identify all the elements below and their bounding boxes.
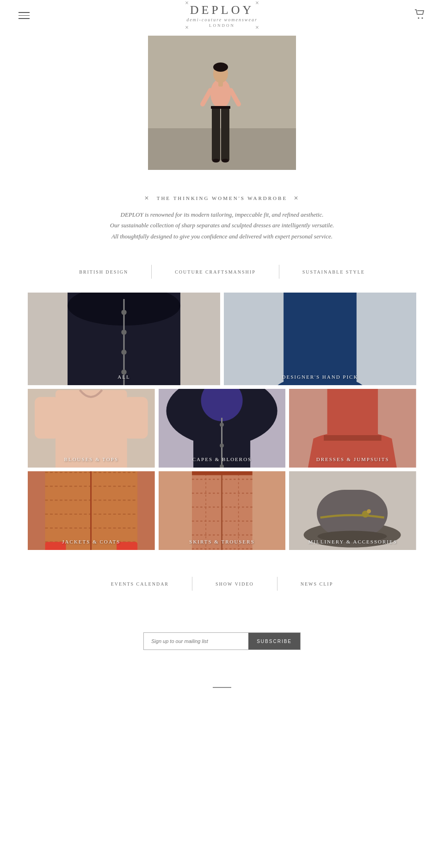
- subscribe-form: SUBSCRIBE: [143, 632, 301, 650]
- svg-point-19: [121, 310, 126, 315]
- footer-show-video[interactable]: SHOW VIDEO: [192, 581, 277, 587]
- svg-rect-65: [192, 471, 253, 475]
- svg-rect-30: [35, 397, 59, 439]
- svg-point-14: [222, 159, 229, 162]
- grid-item-capes[interactable]: CAPES & BLOEROS: [159, 389, 286, 468]
- svg-rect-26: [300, 293, 310, 299]
- feature-british-design: BRITISH DESIGN: [56, 269, 151, 275]
- svg-point-13: [212, 159, 220, 162]
- product-grid: ALL DESIGNER'S HAND PICK: [0, 293, 444, 550]
- subscribe-section: SUBSCRIBE: [0, 605, 444, 687]
- grid-label-dresses: DRESSES & JUMPSUITS: [311, 451, 395, 468]
- grid-item-skirts[interactable]: SKIRTS & TROUSERS: [159, 471, 286, 550]
- svg-rect-27: [330, 293, 340, 299]
- footer-links-bar: EVENTS CALENDAR SHOW VIDEO NEWS CLIP: [0, 554, 444, 605]
- svg-point-0: [418, 18, 419, 19]
- grid-row-1: ALL DESIGNER'S HAND PICK: [28, 293, 416, 385]
- grid-item-dresses[interactable]: DRESSES & JUMPSUITS: [289, 389, 416, 468]
- bottom-line: [0, 687, 444, 702]
- logo-crosses: × × DePloy demi-couture womenswear LONDO…: [185, 3, 259, 28]
- cross-br: ×: [255, 24, 259, 31]
- svg-point-20: [121, 330, 126, 335]
- svg-rect-31: [123, 397, 148, 439]
- cart-icon[interactable]: [414, 9, 426, 22]
- svg-rect-5: [221, 107, 229, 161]
- site-header: × × DePloy demi-couture womenswear LONDO…: [0, 0, 444, 31]
- grid-item-jackets[interactable]: JACKETS & COATS: [28, 471, 155, 550]
- feature-couture: COUTURE CRAFTSMANSHIP: [152, 269, 279, 275]
- grid-label-blouses: BLOUSES & TOPS: [59, 451, 124, 468]
- hero-section: [0, 31, 444, 186]
- grid-item-handpick[interactable]: DESIGNER'S HAND PICK: [224, 293, 416, 385]
- grid-label-jackets: JACKETS & COATS: [56, 533, 126, 550]
- svg-rect-68: [317, 490, 388, 537]
- tagline-description: DEPLOY is renowned for its modern tailor…: [106, 209, 338, 242]
- tagline-heading: THE THINKING WOMEN'S WARDROBE: [157, 195, 287, 201]
- cross-bl: ×: [185, 24, 189, 31]
- bottom-line-bar: [213, 687, 231, 688]
- hero-image: [148, 36, 296, 172]
- grid-item-millinery[interactable]: MILLINERY & ACCESSORIES: [289, 471, 416, 550]
- cross-tl: ×: [185, 0, 189, 7]
- feature-sustainable: SUSTAINABLE STYLE: [279, 269, 388, 275]
- svg-point-71: [367, 509, 371, 513]
- footer-events-calendar[interactable]: EVENTS CALENDAR: [88, 581, 192, 587]
- svg-rect-4: [212, 107, 220, 161]
- footer-news-clip[interactable]: NEWS CLIP: [278, 581, 357, 587]
- grid-row-3: JACKETS & COATS: [28, 471, 416, 550]
- logo[interactable]: × × DePloy demi-couture womenswear LONDO…: [185, 3, 259, 28]
- svg-rect-42: [324, 435, 382, 441]
- svg-point-1: [422, 18, 423, 19]
- svg-point-37: [220, 423, 224, 427]
- tagline-cross-left: ✕: [144, 195, 150, 201]
- subscribe-email-input[interactable]: [144, 633, 248, 649]
- grid-item-all[interactable]: ALL: [28, 293, 220, 385]
- svg-rect-41: [327, 389, 378, 439]
- svg-rect-12: [211, 106, 230, 109]
- tagline-section: ✕ THE THINKING WOMEN'S WARDROBE ✕ DEPLOY…: [0, 186, 444, 246]
- grid-label-capes: CAPES & BLOEROS: [187, 451, 257, 468]
- grid-item-blouses[interactable]: BLOUSES & TOPS: [28, 389, 155, 468]
- logo-london: LONDON: [186, 23, 258, 28]
- grid-label-millinery: MILLINERY & ACCESSORIES: [303, 533, 403, 550]
- svg-point-11: [213, 62, 228, 72]
- subscribe-button[interactable]: SUBSCRIBE: [248, 633, 300, 649]
- grid-label-handpick: DESIGNER'S HAND PICK: [277, 368, 364, 385]
- tagline-cross-right: ✕: [294, 195, 300, 201]
- cross-tr: ×: [255, 0, 259, 7]
- logo-name: DePloy: [186, 3, 258, 17]
- logo-tagline: demi-couture womenswear: [186, 17, 258, 22]
- grid-row-2: BLOUSES & TOPS CAPES & BLOEROS: [28, 389, 416, 468]
- svg-point-21: [121, 350, 126, 355]
- grid-label-all: ALL: [112, 368, 136, 385]
- features-bar: BRITISH DESIGN COUTURE CRAFTSMANSHIP SUS…: [0, 246, 444, 293]
- grid-label-skirts: SKIRTS & TROUSERS: [184, 533, 260, 550]
- menu-icon[interactable]: [18, 12, 30, 19]
- svg-point-38: [220, 443, 224, 448]
- tagline-title: ✕ THE THINKING WOMEN'S WARDROBE ✕: [18, 195, 426, 202]
